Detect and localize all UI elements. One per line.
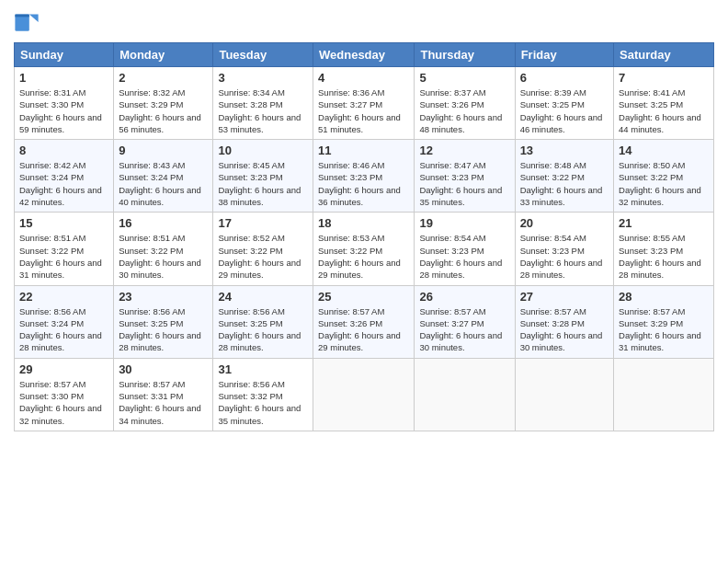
day-number: 6: [520, 71, 609, 85]
calendar-cell: 3 Sunrise: 8:34 AMSunset: 3:28 PMDayligh…: [213, 67, 313, 140]
day-detail: Sunrise: 8:48 AMSunset: 3:22 PMDaylight:…: [520, 159, 609, 208]
calendar-cell: 8 Sunrise: 8:42 AMSunset: 3:24 PMDayligh…: [15, 140, 114, 213]
calendar-cell: 6 Sunrise: 8:39 AMSunset: 3:25 PMDayligh…: [515, 67, 613, 140]
calendar-cell: [515, 358, 613, 431]
day-number: 12: [419, 144, 509, 157]
calendar-table: SundayMondayTuesdayWednesdayThursdayFrid…: [14, 42, 714, 431]
day-detail: Sunrise: 8:32 AMSunset: 3:29 PMDaylight:…: [119, 86, 208, 135]
day-detail: Sunrise: 8:47 AMSunset: 3:23 PMDaylight:…: [419, 159, 509, 208]
day-number: 7: [619, 71, 709, 85]
calendar-cell: 28 Sunrise: 8:57 AMSunset: 3:29 PMDaylig…: [614, 285, 714, 358]
day-number: 14: [619, 144, 709, 157]
day-number: 10: [218, 144, 308, 157]
calendar-header-row: SundayMondayTuesdayWednesdayThursdayFrid…: [15, 43, 714, 67]
calendar-cell: 23 Sunrise: 8:56 AMSunset: 3:25 PMDaylig…: [114, 285, 213, 358]
day-number: 9: [119, 144, 208, 157]
day-number: 23: [119, 290, 208, 304]
day-number: 27: [520, 290, 609, 304]
day-number: 20: [520, 216, 609, 230]
calendar-cell: 21 Sunrise: 8:55 AMSunset: 3:23 PMDaylig…: [614, 213, 714, 285]
day-detail: Sunrise: 8:50 AMSunset: 3:22 PMDaylight:…: [619, 159, 709, 208]
day-number: 3: [218, 71, 308, 85]
day-detail: Sunrise: 8:56 AMSunset: 3:32 PMDaylight:…: [218, 378, 308, 427]
day-detail: Sunrise: 8:46 AMSunset: 3:23 PMDaylight:…: [318, 159, 409, 208]
calendar-cell: [313, 358, 415, 431]
calendar-week-2: 8 Sunrise: 8:42 AMSunset: 3:24 PMDayligh…: [15, 140, 714, 213]
calendar-header-thursday: Thursday: [415, 43, 515, 67]
day-number: 28: [619, 290, 709, 304]
calendar-cell: 9 Sunrise: 8:43 AMSunset: 3:24 PMDayligh…: [114, 140, 213, 213]
calendar-cell: 31 Sunrise: 8:56 AMSunset: 3:32 PMDaylig…: [213, 358, 313, 431]
day-detail: Sunrise: 8:34 AMSunset: 3:28 PMDaylight:…: [218, 86, 308, 135]
day-number: 15: [19, 216, 108, 230]
day-detail: Sunrise: 8:56 AMSunset: 3:25 PMDaylight:…: [119, 305, 208, 354]
day-number: 4: [318, 71, 409, 85]
day-detail: Sunrise: 8:55 AMSunset: 3:23 PMDaylight:…: [619, 232, 709, 281]
calendar-header-saturday: Saturday: [614, 43, 714, 67]
day-detail: Sunrise: 8:57 AMSunset: 3:31 PMDaylight:…: [119, 378, 208, 427]
page: SundayMondayTuesdayWednesdayThursdayFrid…: [0, 0, 728, 563]
day-detail: Sunrise: 8:43 AMSunset: 3:24 PMDaylight:…: [119, 159, 208, 208]
calendar-cell: 30 Sunrise: 8:57 AMSunset: 3:31 PMDaylig…: [114, 358, 213, 431]
day-detail: Sunrise: 8:57 AMSunset: 3:27 PMDaylight:…: [419, 305, 509, 354]
day-detail: Sunrise: 8:56 AMSunset: 3:25 PMDaylight:…: [218, 305, 308, 354]
calendar-cell: 27 Sunrise: 8:57 AMSunset: 3:28 PMDaylig…: [515, 285, 613, 358]
day-number: 29: [19, 362, 108, 376]
calendar-cell: [415, 358, 515, 431]
day-number: 1: [19, 71, 108, 85]
day-detail: Sunrise: 8:42 AMSunset: 3:24 PMDaylight:…: [19, 159, 108, 208]
calendar-cell: 4 Sunrise: 8:36 AMSunset: 3:27 PMDayligh…: [313, 67, 415, 140]
day-number: 8: [19, 144, 108, 157]
calendar-cell: 10 Sunrise: 8:45 AMSunset: 3:23 PMDaylig…: [213, 140, 313, 213]
calendar-cell: 12 Sunrise: 8:47 AMSunset: 3:23 PMDaylig…: [415, 140, 515, 213]
day-detail: Sunrise: 8:57 AMSunset: 3:28 PMDaylight:…: [520, 305, 609, 354]
day-detail: Sunrise: 8:37 AMSunset: 3:26 PMDaylight:…: [419, 86, 509, 135]
day-detail: Sunrise: 8:39 AMSunset: 3:25 PMDaylight:…: [520, 86, 609, 135]
calendar-cell: 29 Sunrise: 8:57 AMSunset: 3:30 PMDaylig…: [15, 358, 114, 431]
day-number: 31: [218, 362, 308, 376]
day-detail: Sunrise: 8:51 AMSunset: 3:22 PMDaylight:…: [19, 232, 108, 281]
day-number: 17: [218, 216, 308, 230]
svg-marker-1: [29, 15, 39, 22]
logo-icon: [14, 9, 40, 35]
calendar-cell: 24 Sunrise: 8:56 AMSunset: 3:25 PMDaylig…: [213, 285, 313, 358]
calendar-cell: 13 Sunrise: 8:48 AMSunset: 3:22 PMDaylig…: [515, 140, 613, 213]
day-number: 25: [318, 290, 409, 304]
day-number: 19: [419, 216, 509, 230]
calendar-header-sunday: Sunday: [15, 43, 114, 67]
day-detail: Sunrise: 8:57 AMSunset: 3:30 PMDaylight:…: [19, 378, 108, 427]
logo: [14, 9, 43, 35]
calendar-week-1: 1 Sunrise: 8:31 AMSunset: 3:30 PMDayligh…: [15, 67, 714, 140]
day-detail: Sunrise: 8:54 AMSunset: 3:23 PMDaylight:…: [419, 232, 509, 281]
calendar-cell: 7 Sunrise: 8:41 AMSunset: 3:25 PMDayligh…: [614, 67, 714, 140]
calendar-cell: 17 Sunrise: 8:52 AMSunset: 3:22 PMDaylig…: [213, 213, 313, 285]
calendar-header-tuesday: Tuesday: [213, 43, 313, 67]
day-number: 2: [119, 71, 208, 85]
day-detail: Sunrise: 8:31 AMSunset: 3:30 PMDaylight:…: [19, 86, 108, 135]
calendar-cell: 15 Sunrise: 8:51 AMSunset: 3:22 PMDaylig…: [15, 213, 114, 285]
header: [14, 9, 714, 35]
calendar-cell: 18 Sunrise: 8:53 AMSunset: 3:22 PMDaylig…: [313, 213, 415, 285]
day-detail: Sunrise: 8:54 AMSunset: 3:23 PMDaylight:…: [520, 232, 609, 281]
calendar-cell: 26 Sunrise: 8:57 AMSunset: 3:27 PMDaylig…: [415, 285, 515, 358]
calendar-week-4: 22 Sunrise: 8:56 AMSunset: 3:24 PMDaylig…: [15, 285, 714, 358]
calendar-cell: [614, 358, 714, 431]
day-number: 21: [619, 216, 709, 230]
day-detail: Sunrise: 8:57 AMSunset: 3:26 PMDaylight:…: [318, 305, 409, 354]
day-number: 24: [218, 290, 308, 304]
calendar-cell: 22 Sunrise: 8:56 AMSunset: 3:24 PMDaylig…: [15, 285, 114, 358]
calendar-cell: 2 Sunrise: 8:32 AMSunset: 3:29 PMDayligh…: [114, 67, 213, 140]
day-detail: Sunrise: 8:41 AMSunset: 3:25 PMDaylight:…: [619, 86, 709, 135]
calendar-cell: 20 Sunrise: 8:54 AMSunset: 3:23 PMDaylig…: [515, 213, 613, 285]
calendar-cell: 11 Sunrise: 8:46 AMSunset: 3:23 PMDaylig…: [313, 140, 415, 213]
day-number: 22: [19, 290, 108, 304]
day-detail: Sunrise: 8:36 AMSunset: 3:27 PMDaylight:…: [318, 86, 409, 135]
day-number: 13: [520, 144, 609, 157]
day-number: 26: [419, 290, 509, 304]
day-number: 30: [119, 362, 208, 376]
calendar-cell: 5 Sunrise: 8:37 AMSunset: 3:26 PMDayligh…: [415, 67, 515, 140]
day-number: 11: [318, 144, 409, 157]
calendar-header-friday: Friday: [515, 43, 613, 67]
calendar-header-wednesday: Wednesday: [313, 43, 415, 67]
calendar-week-5: 29 Sunrise: 8:57 AMSunset: 3:30 PMDaylig…: [15, 358, 714, 431]
